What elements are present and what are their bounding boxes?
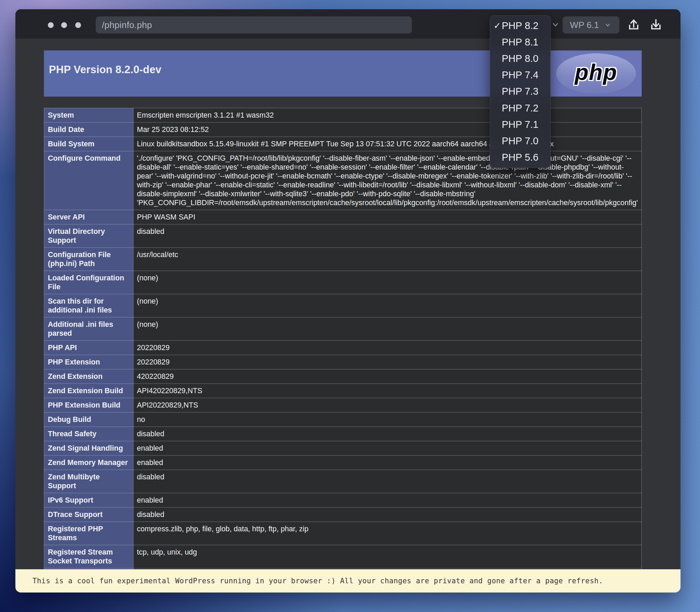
table-row: Zend Extension420220829 <box>44 369 642 384</box>
php-version-dropdown: ✓PHP 8.2PHP 8.1PHP 8.0PHP 7.4PHP 7.3PHP … <box>490 15 551 168</box>
table-row: DTrace Supportdisabled <box>44 507 642 522</box>
php-version-option-label: PHP 8.2 <box>502 20 538 31</box>
php-version-select-chevron-icon[interactable] <box>550 19 561 30</box>
info-value-cell: (none) <box>133 271 642 294</box>
info-value-cell: /usr/local/etc <box>133 248 642 271</box>
info-label-cell: Zend Memory Manager <box>44 455 133 470</box>
table-row: Scan this dir for additional .ini files(… <box>44 294 642 317</box>
info-value-cell: enabled <box>133 455 642 470</box>
table-row: Virtual Directory Supportdisabled <box>44 224 642 248</box>
info-value-cell: './configure' 'PKG_CONFIG_PATH=/root/lib… <box>133 151 642 210</box>
table-row: Zend Extension BuildAPI420220829,NTS <box>44 384 642 398</box>
info-label-cell: Virtual Directory Support <box>44 224 133 248</box>
info-value-cell: enabled <box>133 441 642 455</box>
php-version-option-label: PHP 7.0 <box>502 135 538 147</box>
php-version-option[interactable]: PHP 7.2 <box>490 100 550 116</box>
desktop-background: /phpinfo.php WP 6.1 <box>0 0 700 612</box>
wp-version-label: WP 6.1 <box>570 20 599 30</box>
table-row: Zend Memory Managerenabled <box>44 455 642 470</box>
info-value-cell: disabled <box>133 224 642 248</box>
info-label-cell: Registered Stream Socket Transports <box>44 545 133 568</box>
php-logo-text: php <box>575 59 617 85</box>
php-version-option-label: PHP 7.3 <box>502 86 538 97</box>
table-row: PHP Extension20220829 <box>44 355 642 369</box>
window-close-button[interactable] <box>48 22 54 28</box>
table-row: Debug Buildno <box>44 412 642 427</box>
info-value-cell: (none) <box>133 294 642 317</box>
info-value-cell: Emscripten emscripten 3.1.21 #1 wasm32 <box>133 108 642 122</box>
php-version-option-label: PHP 8.0 <box>502 53 538 64</box>
table-row: Additional .ini files parsed(none) <box>44 317 642 341</box>
info-label-cell: DTrace Support <box>44 507 133 522</box>
info-label-cell: Configure Command <box>44 151 133 210</box>
table-row: PHP API20220829 <box>44 341 642 355</box>
upload-icon <box>627 17 641 32</box>
php-version-option[interactable]: PHP 7.0 <box>490 133 550 149</box>
download-button[interactable] <box>648 17 664 32</box>
table-row: Build SystemLinux buildkitsandbox 5.15.4… <box>44 137 642 151</box>
info-label-cell: IPv6 Support <box>44 493 133 507</box>
wp-version-select[interactable]: WP 6.1 <box>563 16 619 34</box>
php-version-option[interactable]: PHP 8.1 <box>490 34 550 50</box>
info-label-cell: PHP Extension <box>44 355 133 369</box>
table-row: Zend Signal Handlingenabled <box>44 441 642 455</box>
info-label-cell: Registered PHP Streams <box>44 522 133 545</box>
info-label-cell: PHP Extension Build <box>44 398 133 412</box>
download-icon <box>649 17 663 32</box>
table-row: Server APIPHP WASM SAPI <box>44 210 642 224</box>
php-version-option[interactable]: PHP 7.1 <box>490 116 550 133</box>
browser-window: /phpinfo.php WP 6.1 <box>15 9 681 593</box>
info-label-cell: Zend Multibyte Support <box>44 470 133 493</box>
info-value-cell: (none) <box>133 317 642 341</box>
info-label-cell: Server API <box>44 210 133 224</box>
upload-button[interactable] <box>626 17 642 32</box>
php-version-option-label: PHP 7.4 <box>502 69 538 81</box>
table-row: Loaded Configuration File(none) <box>44 271 642 294</box>
info-label-cell: Scan this dir for additional .ini files <box>44 294 133 317</box>
php-version-option[interactable]: PHP 7.3 <box>490 83 550 100</box>
info-label-cell: Debug Build <box>44 412 133 427</box>
table-row: Registered Stream Socket Transportstcp, … <box>44 545 642 568</box>
php-version-option-label: PHP 7.1 <box>502 119 538 130</box>
window-titlebar: /phpinfo.php WP 6.1 <box>15 9 681 39</box>
table-row: Build DateMar 25 2023 08:12:52 <box>44 122 642 137</box>
table-row: Configure Command'./configure' 'PKG_CONF… <box>44 151 642 210</box>
info-value-cell: 20220829 <box>133 355 642 369</box>
info-label-cell: Additional .ini files parsed <box>44 317 133 341</box>
table-row: Registered PHP Streamscompress.zlib, php… <box>44 522 642 545</box>
php-version-option[interactable]: PHP 7.4 <box>490 67 550 83</box>
php-logo: php <box>550 51 642 96</box>
info-label-cell: System <box>44 108 133 122</box>
info-value-cell: disabled <box>133 470 642 493</box>
table-row: Configuration File (php.ini) Path/usr/lo… <box>44 248 642 271</box>
info-label-cell: Configuration File (php.ini) Path <box>44 248 133 271</box>
phpinfo-table: SystemEmscripten emscripten 3.1.21 #1 wa… <box>44 108 642 592</box>
php-logo-ellipse: php <box>556 53 636 94</box>
page-content: PHP Version 8.2.0-dev php SystemEmscript… <box>15 39 681 593</box>
window-minimize-button[interactable] <box>61 22 67 28</box>
info-value-cell: tcp, udp, unix, udg <box>133 545 642 568</box>
table-row: IPv6 Supportenabled <box>44 493 642 507</box>
info-value-cell: no <box>133 412 642 427</box>
phpinfo-header: PHP Version 8.2.0-dev php <box>44 50 642 97</box>
info-label-cell: Zend Extension Build <box>44 384 133 398</box>
info-label-cell: Zend Extension <box>44 369 133 384</box>
php-version-option[interactable]: ✓PHP 8.2 <box>490 17 550 34</box>
window-zoom-button[interactable] <box>75 22 81 28</box>
table-row: Thread Safetydisabled <box>44 427 642 441</box>
chevron-down-icon <box>604 21 612 29</box>
table-row: Zend Multibyte Supportdisabled <box>44 470 642 493</box>
info-value-cell: disabled <box>133 507 642 522</box>
info-value-cell: Mar 25 2023 08:12:52 <box>133 122 642 137</box>
info-value-cell: 420220829 <box>133 369 642 384</box>
php-version-option[interactable]: PHP 5.6 <box>490 149 550 166</box>
info-value-cell: Linux buildkitsandbox 5.15.49-linuxkit #… <box>133 137 642 151</box>
info-value-cell: API420220829,NTS <box>133 384 642 398</box>
info-label-cell: Build System <box>44 137 133 151</box>
url-bar[interactable]: /phpinfo.php <box>96 16 412 34</box>
php-version-option-label: PHP 5.6 <box>502 152 538 163</box>
php-version-option[interactable]: PHP 8.0 <box>490 50 550 67</box>
info-value-cell: API20220829,NTS <box>133 398 642 412</box>
info-value-cell: PHP WASM SAPI <box>133 210 642 224</box>
table-row: PHP Extension BuildAPI20220829,NTS <box>44 398 642 412</box>
